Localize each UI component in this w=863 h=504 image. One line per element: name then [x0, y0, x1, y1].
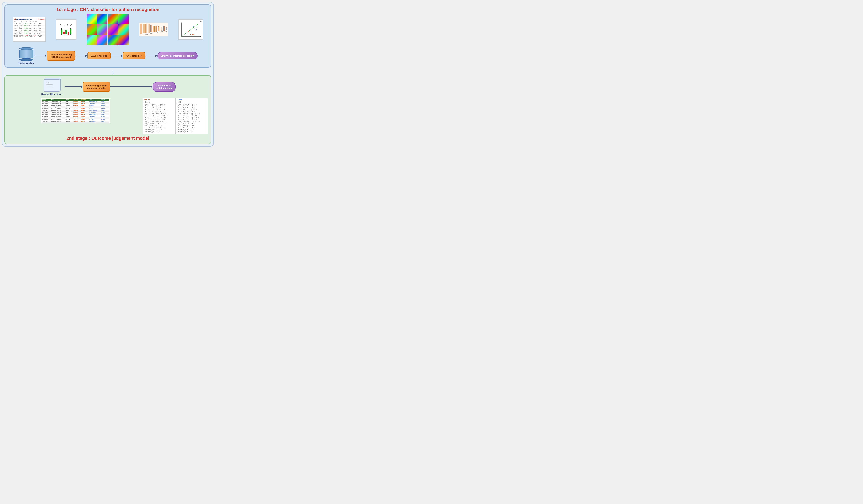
table-cell: Arizona [73, 103, 80, 104]
gasf-cell [87, 24, 97, 35]
table-cell: Arizona [73, 106, 80, 108]
table-cell: Atlanta [73, 121, 80, 122]
prediction-box: Prediction of match outcome [153, 82, 176, 92]
gasf-cell [97, 14, 108, 24]
nfl-row: Jan 1@MIAW 35-14Wk17W-7.5Ø47 [14, 23, 45, 25]
stage2-bottom: Season Date Week Team_x # Prob_x Team_y … [8, 98, 208, 134]
stage1-visuals: 🏈 New England Patriots COAREBE DateVSSco… [8, 14, 208, 45]
table-cell: New Orleans [89, 114, 101, 115]
arrow-s2-2 [110, 86, 153, 88]
arrow2 [75, 54, 87, 57]
gasf-cell [87, 14, 97, 24]
table-cell: 2016-2017 [41, 103, 51, 104]
svg-marker-2 [200, 36, 201, 37]
col-prob-x: # Prob_x [80, 99, 89, 101]
svg-text:o: o [195, 27, 196, 28]
cnn-box: CNN classifier [123, 52, 145, 60]
table-cell: 2016-2017 [41, 114, 51, 115]
gasf-cell [118, 35, 129, 45]
table-cell: 0.5754 [80, 103, 89, 104]
gasf-cell [118, 14, 129, 24]
svg-text:×: × [190, 34, 191, 35]
table-cell: 0.4879 [101, 117, 109, 119]
nfl-row: Nov 13@SEAL 24-31Wk10L-7.5Ø49.5 [14, 34, 45, 36]
table-cell: 2016-2017 [41, 101, 51, 103]
table-cell: Sunday 12/18/16 [51, 114, 65, 115]
table-cell: Arizona [73, 114, 80, 115]
table-cell: Seattle [89, 108, 101, 110]
gasf-cell [108, 14, 118, 24]
svg-text:×: × [188, 31, 189, 33]
table-row: 2016-2017Sunday 10/23/16Week 7Arizona0.6… [41, 108, 109, 110]
table-cell: Arizona [73, 112, 80, 114]
table-cell: 0.4221 [101, 110, 109, 112]
svg-line-4 [182, 24, 198, 37]
table-cell: Washington [89, 112, 101, 114]
table-row: 2016-2017Monday 10/17/16Week 6Arizona0.5… [41, 106, 109, 108]
nfl-brand: COAREBE [37, 18, 45, 20]
table-cell: Week 4 [65, 104, 73, 106]
gasf-cell [97, 24, 108, 35]
table-cell: Week 13 [65, 112, 73, 114]
table-cell: Week 8 [65, 121, 73, 122]
table-cell: Sunday 10/02/16 [51, 104, 65, 106]
classify-title: % [179, 20, 202, 22]
stage2-title: 2nd stage : Outcome judgement model [8, 135, 208, 141]
ohlc-candles [61, 28, 72, 35]
col-team-y: Team_y [89, 99, 101, 101]
gasf-grid [87, 14, 129, 45]
table-cell: Week 1 [65, 101, 73, 103]
table-row: 2016-2017Sunday 12/18/16Week 15Arizona0.… [41, 114, 109, 115]
stage1-title: 1st stage : CNN classifier for pattern r… [8, 7, 208, 12]
cylinder-top [19, 47, 33, 50]
arrow1 [34, 54, 47, 57]
table-cell: 2016-2017 [41, 121, 51, 122]
arrow3 [111, 54, 123, 57]
table-cell: Week 7 [65, 108, 73, 110]
table-cell: Tampa Bay [89, 103, 101, 104]
table-cell: 0.5845 [80, 101, 89, 103]
table-cell: 2016-2017 [41, 110, 51, 112]
table-cell: Arizona [73, 104, 80, 106]
table-cell: Atlanta [73, 115, 80, 117]
table-cell: New England [89, 101, 101, 103]
table-cell: Week 7 [65, 119, 73, 121]
col-week: Week [65, 99, 73, 101]
gasf-cell [108, 24, 118, 35]
gasf-cell [108, 35, 118, 45]
gasf-cell [118, 24, 129, 35]
nfl-row: Oct 30@BUFW 41-25Wk8W-5.5Ø48 [14, 36, 45, 38]
table-row: 2016-2017Sunday 09/18/16Week 2Arizona0.5… [41, 103, 109, 104]
table-cell: 2016-2017 [41, 112, 51, 114]
table-cell: Week 2 [65, 103, 73, 104]
historical-data-block: Historical data [18, 47, 34, 64]
table-cell: Atlanta [73, 119, 80, 121]
table-cell: 0.4967 [80, 112, 89, 114]
table-cell: Green Bay [89, 121, 101, 122]
cnn-diagram: input conv1 pool [139, 23, 168, 36]
table-cell: Sunday 10/02/16 [51, 117, 65, 119]
col-team-x: Team_x [73, 99, 80, 101]
col-season: Season [41, 99, 51, 101]
table-cell: Sunday 09/11/16 [51, 115, 65, 117]
classify-area: lose win × × × × o o o o [179, 22, 202, 39]
table-cell: 0.5356 [80, 114, 89, 115]
table-cell: 0.5512 [101, 121, 109, 122]
stacked-papers: data ─────── ─────── ─────── [43, 78, 61, 92]
table-row: 2016-2017Sunday 09/11/16Week 1Atlanta0.4… [41, 115, 109, 117]
cylinder [19, 47, 33, 61]
equation-loss-box: ClassL: -0.12 + [Team_x=Arizona] * -0.11… [143, 98, 175, 134]
table-cell: 0.6883 [101, 101, 109, 103]
table-cell: 0.4587 [101, 115, 109, 117]
svg-text:o: o [193, 26, 194, 27]
nfl-row: Nov 20@SFW 30-17Wk11W-10.5U51.5 [14, 33, 45, 34]
main-container: 1st stage : CNN classifier for pattern r… [2, 2, 214, 147]
nfl-logo: 🏈 New England Patriots [14, 18, 32, 20]
table-cell: Week 6 [65, 106, 73, 108]
arrow-s2-1 [64, 86, 83, 88]
table-cell: 0.4060 [101, 103, 109, 104]
classify-plot: % lose win [178, 19, 203, 40]
nfl-row: Dec 24@NYJW 41-3Wk16W-19U45 [14, 25, 45, 26]
logistic-regression-box: Logistic regression judgement model [83, 82, 110, 92]
svg-text:lose: lose [191, 33, 195, 35]
